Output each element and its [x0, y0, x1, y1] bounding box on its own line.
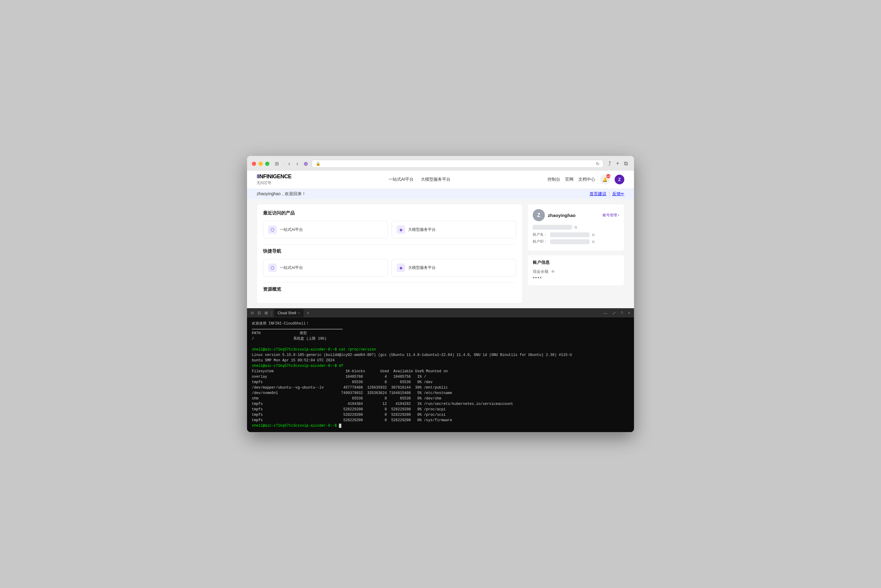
terminal-icon-2[interactable]: ⊡	[256, 309, 262, 317]
notification-badge[interactable]: 🔔 new	[600, 175, 610, 184]
terminal-icon-1[interactable]: ⊙	[250, 309, 255, 317]
browser-controls: ⊞ | ‹ ›	[273, 159, 300, 168]
resources-title: 资源概览	[263, 286, 516, 292]
tab-label: Cloud Shell	[278, 311, 296, 315]
recent-products-title: 最近访问的产品	[263, 210, 516, 216]
tenant-id-label: 租户ID：	[533, 239, 548, 244]
site-header: IINFINIGENCE 无问芯穹 一站式AI平台 大模型服务平台 控制台 官网…	[247, 170, 634, 189]
terminal-minimize-icon[interactable]: —	[602, 309, 609, 316]
final-prompt: shell@aic-c71kq57tc3cxvslp-aicoder-0:~$	[252, 424, 339, 428]
terminal-command-1: shell@aic-c71kq57tc3cxvslp-aicoder-0:~$ …	[252, 347, 629, 363]
terminal-separator	[252, 329, 343, 329]
balance-row: 现金余额 👁	[533, 269, 619, 274]
prompt-1: shell@aic-c71kq57tc3cxvslp-aicoder-0:~$ …	[252, 348, 376, 352]
forward-button[interactable]: ›	[295, 159, 300, 168]
site-nav: 一站式AI平台 大模型服务平台	[388, 177, 451, 182]
profile-avatar: Z	[533, 209, 545, 221]
user-id-value	[533, 225, 572, 230]
output-1: Linux version 5.15.0-105-generic (buildd…	[252, 352, 629, 363]
quicknav-llm-icon: ◈	[397, 264, 405, 272]
welcome-banner: zhaoyinghao，欢迎回来！ 首页建议 | 反馈✏	[247, 189, 634, 199]
logo-area: IINFINIGENCE 无问芯穹	[257, 174, 292, 186]
account-manage-link[interactable]: 账号管理 ›	[603, 213, 619, 218]
logo-sub: 无问芯穹	[257, 180, 292, 186]
tabs-overview-button[interactable]: ⧉	[623, 160, 629, 167]
eye-icon[interactable]: 👁	[551, 269, 555, 274]
suggestion-link[interactable]: 首页建议	[589, 191, 606, 196]
account-card: 账户信息 现金余额 👁 ****	[528, 255, 624, 286]
terminal-path-value: / 系统盘 (上限 10G)	[252, 336, 629, 342]
nav-docs[interactable]: 文档中心	[578, 177, 595, 182]
back-button[interactable]: ‹	[286, 159, 292, 168]
copy-tenant-id-icon[interactable]: ⧉	[592, 240, 595, 244]
copy-id-icon[interactable]: ⧉	[574, 225, 577, 230]
quicknav-llm-label: 大模型服务平台	[408, 265, 436, 270]
balance-label: 现金余额	[533, 269, 549, 274]
terminal-path-header: PATH 类型	[252, 330, 629, 336]
nav-official[interactable]: 官网	[565, 177, 574, 182]
share-button[interactable]: ⤴	[607, 160, 612, 167]
product-card-llm[interactable]: ◈ 大模型服务平台	[391, 221, 516, 238]
lock-icon: 🔒	[316, 161, 320, 166]
site-nav-right: 控制台 官网 文档中心 🔔 new Z	[547, 175, 624, 184]
terminal-tabbar: ⊙ ⊡ ⊞ | Cloud Shell × + — ⤢ ? ×	[247, 309, 634, 317]
welcome-right: 首页建议 | 反馈✏	[589, 191, 624, 197]
id-row: ⧉	[533, 225, 619, 230]
new-tab-button[interactable]: +	[615, 160, 620, 167]
terminal-container: ⊙ ⊡ ⊞ | Cloud Shell × + — ⤢ ? × 欢迎使用 INF…	[247, 308, 634, 432]
feedback-link[interactable]: 反馈✏	[612, 191, 624, 196]
quicknav-ai-icon: ⬡	[268, 264, 277, 272]
tenant-id-value	[550, 239, 589, 244]
product-card-ai[interactable]: ⬡ 一站式AI平台	[263, 221, 388, 238]
quicknav-ai[interactable]: ⬡ 一站式AI平台	[263, 259, 388, 276]
website-content: IINFINIGENCE 无问芯穹 一站式AI平台 大模型服务平台 控制台 官网…	[247, 170, 634, 308]
prompt-2: shell@aic-c71kq57tc3cxvslp-aicoder-0:~$ …	[252, 364, 343, 368]
profile-user: Z zhaoyinghao	[533, 209, 576, 221]
minimize-button[interactable]	[259, 162, 263, 166]
cursor	[339, 424, 341, 428]
profile-name: zhaoyinghao	[548, 213, 576, 218]
nav-llm-platform[interactable]: 大模型服务平台	[421, 177, 451, 182]
profile-header: Z zhaoyinghao 账号管理 ›	[533, 209, 619, 221]
tab-close-icon[interactable]: ×	[298, 311, 300, 315]
tab-separator: |	[270, 310, 273, 316]
maximize-button[interactable]	[265, 162, 269, 166]
terminal-close-icon[interactable]: ×	[627, 309, 631, 316]
divider-2	[263, 282, 516, 283]
add-tab-button[interactable]: +	[305, 309, 311, 317]
tenant-name-value	[550, 232, 589, 237]
address-input[interactable]	[323, 161, 594, 166]
close-button[interactable]	[252, 162, 256, 166]
ai-platform-label: 一站式AI平台	[280, 227, 303, 232]
quicknav-grid: ⬡ 一站式AI平台 ◈ 大模型服务平台	[263, 259, 516, 276]
nav-console[interactable]: 控制台	[547, 177, 560, 182]
terminal-icon-3[interactable]: ⊞	[263, 309, 269, 317]
browser-titlebar: ⊞ | ‹ › ⊕ 🔒 ↻ ⤴ + ⧉	[247, 156, 634, 170]
reload-icon[interactable]: ↻	[596, 161, 600, 166]
balance-value: ****	[533, 276, 619, 281]
translate-icon: ⊕	[304, 160, 308, 167]
terminal-final-prompt[interactable]: shell@aic-c71kq57tc3cxvslp-aicoder-0:~$	[252, 423, 629, 429]
terminal-expand-icon[interactable]: ⤢	[611, 309, 617, 316]
content-right: Z zhaoyinghao 账号管理 › ⧉ 租户名：	[528, 204, 624, 303]
tenant-name-row: 租户名： ⧉	[533, 232, 619, 237]
nav-ai-platform[interactable]: 一站式AI平台	[388, 177, 413, 182]
main-content: 最近访问的产品 ⬡ 一站式AI平台 ◈ 大模型服务平台 快捷导航	[247, 199, 634, 308]
terminal-body[interactable]: 欢迎使用 INFINI-CloudShell！ PATH 类型 / 系统盘 (上…	[247, 317, 634, 432]
terminal-welcome: 欢迎使用 INFINI-CloudShell！	[252, 321, 629, 326]
terminal-tab-cloudshell[interactable]: Cloud Shell ×	[274, 309, 304, 317]
logo-main: IINFINIGENCE	[257, 174, 292, 180]
tenant-id-row: 租户ID： ⧉	[533, 239, 619, 244]
ai-platform-icon: ⬡	[268, 225, 277, 234]
terminal-actions: — ⤢ ? ×	[602, 309, 631, 316]
terminal-help-icon[interactable]: ?	[619, 309, 624, 316]
quicknav-ai-label: 一站式AI平台	[280, 265, 303, 270]
divider-1	[263, 244, 516, 245]
copy-tenant-name-icon[interactable]: ⧉	[592, 232, 595, 237]
quicknav-llm[interactable]: ◈ 大模型服务平台	[391, 259, 516, 276]
content-left: 最近访问的产品 ⬡ 一站式AI平台 ◈ 大模型服务平台 快捷导航	[257, 204, 523, 303]
browser-window: ⊞ | ‹ › ⊕ 🔒 ↻ ⤴ + ⧉ IINFINIGENCE	[247, 156, 634, 432]
user-avatar[interactable]: Z	[615, 175, 624, 184]
sidebar-toggle[interactable]: ⊞	[273, 160, 281, 167]
address-bar-container: 🔒 ↻	[312, 160, 603, 168]
